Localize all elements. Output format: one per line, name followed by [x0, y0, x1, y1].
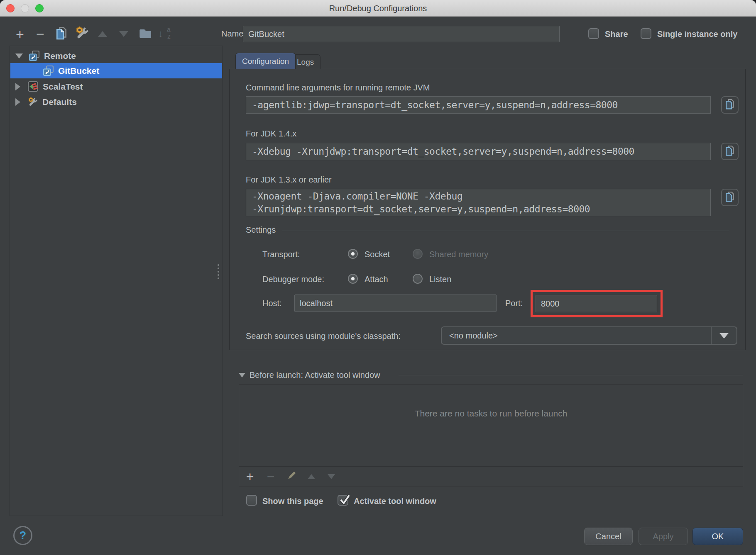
copy-cmdline-button[interactable] [721, 96, 739, 114]
cmdline-field[interactable]: -agentlib:jdwp=transport=dt_socket,serve… [246, 96, 711, 114]
move-up-button[interactable] [94, 26, 111, 42]
port-label: Port: [505, 299, 523, 308]
combo-arrow-button[interactable] [711, 327, 736, 344]
tab-configuration[interactable]: Configuration [235, 53, 296, 69]
folder-icon [139, 27, 152, 41]
chevron-collapsed-icon[interactable] [15, 98, 20, 106]
copy-jdk13-button[interactable] [721, 189, 739, 206]
remote-config-icon [29, 50, 40, 61]
create-folder-button[interactable] [137, 26, 154, 42]
minus-icon: − [36, 27, 44, 41]
copy-icon [724, 191, 735, 204]
host-input[interactable] [294, 295, 497, 312]
plus-icon: + [246, 469, 254, 484]
jdk13-field[interactable]: -Xnoagent -Djava.compiler=NONE -Xdebug -… [246, 189, 711, 216]
move-task-up-button[interactable] [303, 469, 320, 484]
show-this-page-checkbox[interactable] [246, 495, 257, 506]
copy-icon [55, 27, 68, 41]
configurations-tree: Remote GitBucket [10, 46, 223, 516]
move-down-button[interactable] [115, 26, 132, 42]
tree-row-label: Defaults [42, 97, 77, 107]
add-configuration-button[interactable]: + [12, 26, 28, 42]
sort-configurations-button[interactable]: ↓ a z [157, 26, 174, 42]
arrow-down-icon [328, 474, 335, 479]
tree-row-label: Remote [44, 51, 76, 61]
module-classpath-value: <no module> [442, 331, 711, 341]
activate-tool-window-checkbox[interactable] [338, 495, 348, 506]
activate-tool-window-label[interactable]: Activate tool window [354, 497, 436, 506]
copy-jdk14-button[interactable] [721, 143, 739, 160]
name-label: Name: [221, 29, 246, 39]
panel-splitter-handle[interactable] [218, 264, 219, 279]
transport-shared-memory-radio[interactable] [413, 249, 423, 259]
run-debug-configurations-dialog: Run/Debug Configurations + − [0, 0, 756, 555]
no-tasks-message: There are no tasks to run before launch [239, 409, 743, 419]
tree-row-label: GitBucket [58, 66, 99, 76]
transport-socket-radio[interactable] [348, 249, 358, 259]
transport-socket-label[interactable]: Socket [365, 250, 390, 259]
add-task-button[interactable]: + [242, 469, 258, 484]
debugger-listen-radio[interactable] [413, 274, 423, 284]
checkmark-icon [338, 492, 352, 506]
ok-button[interactable]: OK [692, 528, 743, 545]
host-label: Host: [262, 299, 282, 308]
tree-row-label: ScalaTest [43, 82, 83, 92]
before-launch-header[interactable]: Before launch: Activate tool window [250, 370, 380, 380]
scalatest-config-icon [27, 81, 39, 92]
jdk14-label: For JDK 1.4.x [246, 129, 296, 139]
plus-icon: + [16, 27, 24, 41]
transport-shared-memory-label[interactable]: Shared memory [429, 250, 488, 259]
copy-icon [724, 99, 735, 111]
wrench-icon [27, 97, 38, 107]
search-sources-label: Search sources using module's classpath: [246, 331, 401, 341]
sort-az-icon: ↓ a z [158, 27, 172, 41]
show-this-page-label[interactable]: Show this page [262, 497, 323, 506]
arrow-down-icon [119, 31, 128, 37]
name-input[interactable] [243, 26, 560, 42]
help-button[interactable]: ? [13, 526, 32, 545]
pencil-icon [286, 470, 297, 483]
question-mark-icon: ? [20, 529, 27, 542]
edit-task-button[interactable] [283, 469, 300, 484]
copy-icon [724, 145, 735, 158]
copy-configuration-button[interactable] [53, 26, 70, 42]
port-input[interactable] [536, 295, 657, 312]
cancel-button[interactable]: Cancel [584, 528, 633, 545]
arrow-up-icon [98, 31, 107, 37]
titlebar: Run/Debug Configurations [0, 0, 756, 17]
tree-row-gitbucket[interactable]: GitBucket [10, 63, 222, 78]
window-title: Run/Debug Configurations [0, 0, 756, 17]
settings-divider [282, 231, 729, 231]
remote-config-icon [43, 65, 54, 76]
jdk14-field[interactable]: -Xdebug -Xrunjdwp:transport=dt_socket,se… [246, 143, 711, 160]
debugger-attach-label[interactable]: Attach [365, 275, 388, 284]
transport-label: Transport: [262, 250, 300, 259]
before-launch-collapse-icon[interactable] [239, 373, 245, 377]
debugger-attach-radio[interactable] [348, 274, 358, 284]
edit-defaults-button[interactable] [74, 26, 91, 42]
before-launch-divider [399, 375, 743, 375]
minus-icon: − [267, 469, 275, 484]
share-label[interactable]: Share [605, 29, 628, 39]
remove-task-button[interactable]: − [262, 469, 279, 484]
tree-row-scalatest[interactable]: ScalaTest [10, 79, 222, 94]
remove-configuration-button[interactable]: − [32, 26, 49, 42]
chevron-down-icon [719, 333, 729, 338]
share-checkbox[interactable] [588, 28, 599, 39]
wrench-icon [75, 26, 90, 42]
jdk13-label: For JDK 1.3.x or earlier [246, 175, 332, 185]
debugger-listen-label[interactable]: Listen [429, 275, 451, 284]
move-task-down-button[interactable] [323, 469, 340, 484]
module-classpath-select[interactable]: <no module> [441, 326, 737, 345]
arrow-up-icon [308, 474, 315, 479]
tree-row-remote[interactable]: Remote [10, 48, 222, 63]
cmdline-label: Command line arguments for running remot… [246, 83, 430, 92]
single-instance-checkbox[interactable] [641, 28, 651, 39]
apply-button[interactable]: Apply [639, 528, 688, 545]
task-toolbar-divider [239, 466, 743, 467]
single-instance-label[interactable]: Single instance only [657, 29, 737, 39]
debugger-mode-label: Debugger mode: [262, 275, 324, 284]
chevron-collapsed-icon[interactable] [15, 83, 20, 90]
tree-row-defaults[interactable]: Defaults [10, 94, 222, 110]
chevron-expanded-icon[interactable] [15, 54, 23, 58]
